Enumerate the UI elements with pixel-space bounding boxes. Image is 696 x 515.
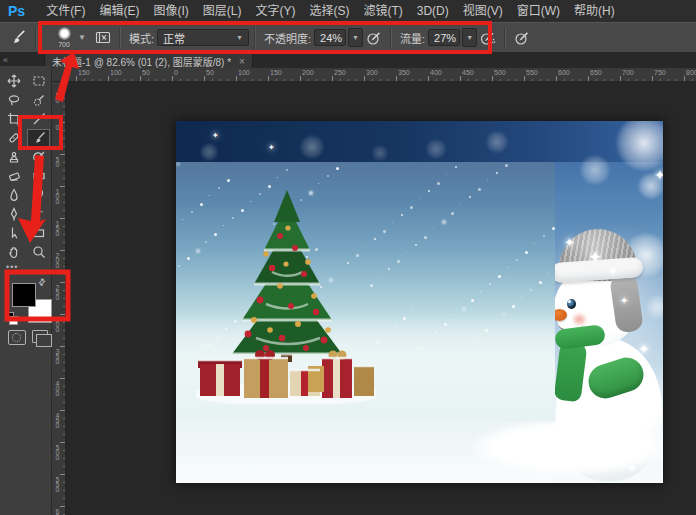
quick-select-icon	[32, 93, 46, 107]
move-icon	[7, 74, 21, 88]
tool-gradient[interactable]	[27, 167, 50, 185]
separator	[254, 27, 256, 49]
sparkle-star: ✦	[650, 385, 660, 399]
default-colors-icon[interactable]	[5, 312, 17, 324]
ruler-label: 500	[54, 444, 61, 459]
close-icon[interactable]: ×	[239, 56, 245, 67]
sparkle-star: ✦	[564, 235, 575, 250]
tool-crop[interactable]	[2, 110, 25, 128]
menu-7[interactable]: 滤镜(T)	[356, 0, 409, 22]
tool-hand[interactable]	[2, 243, 25, 261]
path-select-icon	[7, 226, 21, 240]
ruler-label: 350	[398, 69, 410, 76]
ruler-label: 450	[54, 412, 61, 427]
tool-shape[interactable]	[27, 224, 50, 242]
tool-eraser[interactable]	[2, 167, 25, 185]
quick-mask-button[interactable]	[8, 330, 26, 345]
pressure-opacity-icon[interactable]	[365, 29, 383, 47]
tool-path-select[interactable]	[2, 224, 25, 242]
screen-mode-button[interactable]	[32, 330, 48, 343]
chevron-down-icon[interactable]: ▼	[78, 33, 86, 42]
ruler-label: 700	[622, 69, 634, 76]
foreground-color-swatch[interactable]	[12, 283, 36, 307]
tool-blur[interactable]	[2, 186, 25, 204]
sparkle-star: ✦	[582, 415, 590, 426]
sparkle-star: ✦	[608, 264, 618, 278]
menu-10[interactable]: 窗口(W)	[510, 0, 567, 22]
tool-clone-stamp[interactable]	[2, 148, 25, 166]
tool-history-brush[interactable]	[27, 148, 50, 166]
tool-zoom[interactable]	[27, 243, 50, 261]
brush-preset-picker[interactable]: 700	[52, 27, 76, 48]
toolbar-overflow-icon[interactable]: •••	[6, 262, 18, 272]
document-tab-title: 未标题-1 @ 82.6% (01 (2), 图层蒙版/8) *	[52, 54, 231, 69]
sparkle-star: ✦	[638, 341, 650, 357]
tool-pen[interactable]	[2, 205, 25, 223]
bokeh-light	[426, 139, 446, 159]
brush-size-value: 700	[58, 41, 70, 48]
ruler-label: 50	[206, 69, 214, 76]
ruler-label: 350	[54, 348, 61, 363]
tool-dodge[interactable]	[27, 186, 50, 204]
ruler-label: 450	[462, 69, 474, 76]
ruler-label: 650	[590, 69, 602, 76]
brush-tool-icon[interactable]	[4, 26, 30, 50]
document-canvas[interactable]: ✦✦✦✦✦✦✦✦✦✦✦✦✦✦	[176, 121, 663, 483]
pen-icon	[7, 207, 21, 221]
ruler-label: 550	[54, 476, 61, 491]
tool-lasso[interactable]	[2, 91, 25, 109]
toggle-brush-panel-icon[interactable]	[94, 29, 112, 47]
menu-11[interactable]: 帮助(H)	[567, 0, 622, 22]
ruler-label: 500	[494, 69, 506, 76]
collapse-panels-icon[interactable]: «	[3, 55, 8, 65]
menu-9[interactable]: 视图(V)	[456, 0, 510, 22]
ruler-label: 200	[54, 252, 61, 267]
pasted-layer	[176, 162, 555, 421]
menu-2[interactable]: 编辑(E)	[92, 0, 146, 22]
history-brush-icon	[32, 150, 46, 164]
ruler-label: 400	[54, 380, 61, 395]
tab-bar: « 未标题-1 @ 82.6% (01 (2), 图层蒙版/8) * ×	[0, 53, 696, 68]
separator	[119, 27, 121, 49]
airbrush-icon[interactable]	[479, 29, 497, 47]
tool-move[interactable]	[2, 72, 25, 90]
gradient-icon	[32, 169, 46, 183]
menu-bar: Ps 文件(F)编辑(E)图像(I)图层(L)文字(Y)选择(S)滤镜(T)3D…	[0, 0, 696, 22]
snowman-eye	[567, 299, 576, 309]
menu-8[interactable]: 3D(D)	[410, 0, 456, 22]
tool-quick-select[interactable]	[27, 91, 50, 109]
menu-3[interactable]: 图像(I)	[146, 0, 195, 22]
tool-marquee[interactable]	[27, 72, 50, 90]
sparkle-star: ✦	[628, 463, 636, 474]
zoom-icon	[32, 245, 46, 259]
pressure-size-icon[interactable]	[513, 29, 531, 47]
svg-text:T: T	[35, 208, 43, 222]
bokeh-light	[616, 121, 663, 171]
chevron-down-icon: ▼	[236, 34, 243, 41]
tool-eyedropper[interactable]	[27, 110, 50, 128]
menu-4[interactable]: 图层(L)	[196, 0, 249, 22]
type-icon: T	[32, 207, 46, 221]
opacity-input[interactable]: 24%	[314, 29, 346, 46]
separator	[35, 27, 37, 49]
tool-bar: ••• ⇄ T	[0, 66, 52, 515]
ruler-label: 50	[54, 156, 61, 166]
flow-dropdown[interactable]: ▼	[462, 28, 477, 47]
flow-input[interactable]: 27%	[428, 29, 460, 46]
separator	[504, 27, 506, 49]
menu-6[interactable]: 选择(S)	[302, 0, 356, 22]
blend-mode-select[interactable]: 正常 ▼	[157, 29, 249, 46]
document-tab[interactable]: 未标题-1 @ 82.6% (01 (2), 图层蒙版/8) * ×	[44, 53, 253, 68]
ruler-label: 50	[54, 92, 61, 102]
tool-spot-heal[interactable]	[2, 129, 25, 147]
menu-5[interactable]: 文字(Y)	[248, 0, 302, 22]
opacity-dropdown[interactable]: ▼	[348, 28, 363, 47]
tool-brush[interactable]	[27, 129, 50, 147]
swap-colors-icon[interactable]: ⇄	[36, 276, 48, 288]
lasso-icon	[7, 93, 21, 107]
sparkle-star: ✦	[620, 295, 628, 306]
tool-type[interactable]: T	[27, 205, 50, 223]
sparkle-star: ✦	[530, 437, 538, 447]
ruler-label: 300	[366, 69, 378, 76]
menu-1[interactable]: 文件(F)	[39, 0, 92, 22]
